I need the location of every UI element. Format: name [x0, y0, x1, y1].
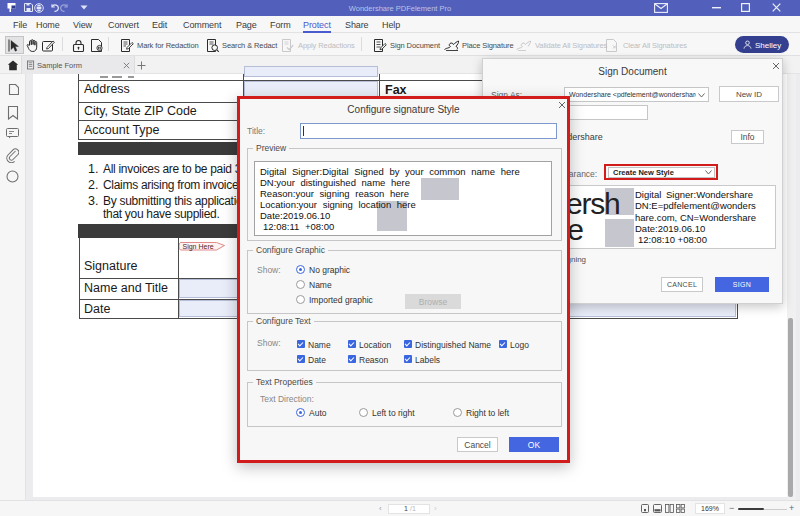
svg-text:Sign Here: Sign Here [183, 243, 214, 251]
